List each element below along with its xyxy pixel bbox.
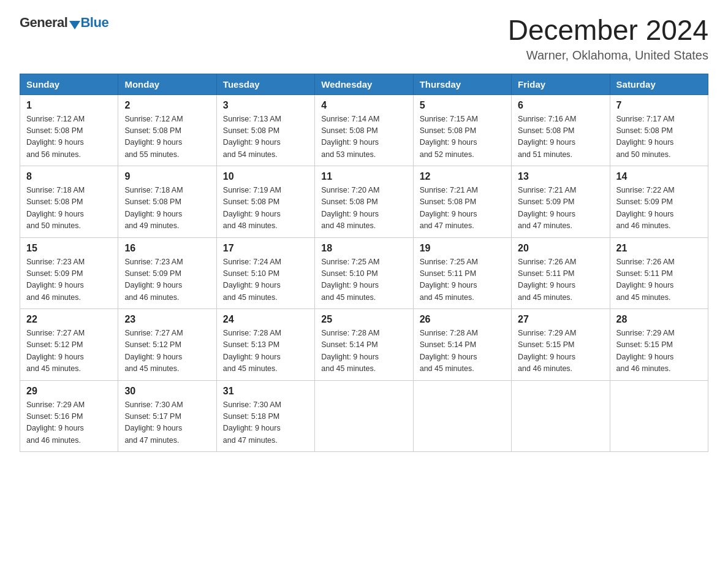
day-info: Sunrise: 7:22 AMSunset: 5:09 PMDaylight:…: [616, 185, 702, 232]
table-row: 13Sunrise: 7:21 AMSunset: 5:09 PMDayligh…: [512, 166, 610, 238]
calendar-week-row: 8Sunrise: 7:18 AMSunset: 5:08 PMDaylight…: [20, 166, 708, 238]
day-number: 24: [223, 314, 308, 325]
day-info: Sunrise: 7:30 AMSunset: 5:17 PMDaylight:…: [124, 399, 210, 447]
table-row: 20Sunrise: 7:26 AMSunset: 5:11 PMDayligh…: [512, 237, 610, 309]
title-block: December 2024 Warner, Oklahoma, United S…: [508, 15, 708, 63]
day-number: 13: [518, 171, 603, 182]
table-row: 4Sunrise: 7:14 AMSunset: 5:08 PMDaylight…: [315, 94, 413, 166]
table-row: 1Sunrise: 7:12 AMSunset: 5:08 PMDaylight…: [20, 94, 118, 166]
day-info: Sunrise: 7:29 AMSunset: 5:16 PMDaylight:…: [26, 399, 112, 447]
day-number: 31: [223, 386, 308, 397]
calendar-table: Sunday Monday Tuesday Wednesday Thursday…: [20, 74, 708, 453]
day-info: Sunrise: 7:25 AMSunset: 5:11 PMDaylight:…: [420, 256, 505, 304]
day-number: 15: [26, 243, 112, 254]
location-title: Warner, Oklahoma, United States: [508, 48, 708, 63]
day-info: Sunrise: 7:13 AMSunset: 5:08 PMDaylight:…: [223, 113, 308, 161]
day-info: Sunrise: 7:12 AMSunset: 5:08 PMDaylight:…: [124, 113, 210, 161]
day-number: 29: [26, 386, 112, 397]
day-info: Sunrise: 7:29 AMSunset: 5:15 PMDaylight:…: [518, 327, 603, 375]
month-title: December 2024: [508, 15, 708, 46]
day-info: Sunrise: 7:18 AMSunset: 5:08 PMDaylight:…: [124, 185, 210, 232]
day-info: Sunrise: 7:27 AMSunset: 5:12 PMDaylight:…: [124, 327, 210, 375]
day-number: 3: [223, 100, 308, 111]
day-info: Sunrise: 7:20 AMSunset: 5:08 PMDaylight:…: [321, 185, 406, 232]
table-row: 28Sunrise: 7:29 AMSunset: 5:15 PMDayligh…: [610, 309, 708, 381]
table-row: 22Sunrise: 7:27 AMSunset: 5:12 PMDayligh…: [20, 309, 118, 381]
col-header-sunday: Sunday: [20, 74, 118, 94]
day-number: 14: [616, 171, 702, 182]
day-info: Sunrise: 7:21 AMSunset: 5:09 PMDaylight:…: [518, 185, 603, 232]
day-info: Sunrise: 7:26 AMSunset: 5:11 PMDaylight:…: [518, 256, 603, 304]
logo-text-general: General: [20, 15, 67, 31]
calendar-week-row: 22Sunrise: 7:27 AMSunset: 5:12 PMDayligh…: [20, 309, 708, 381]
table-row: 24Sunrise: 7:28 AMSunset: 5:13 PMDayligh…: [216, 309, 314, 381]
col-header-monday: Monday: [118, 74, 216, 94]
table-row: 21Sunrise: 7:26 AMSunset: 5:11 PMDayligh…: [610, 237, 708, 309]
day-number: 25: [321, 314, 406, 325]
table-row: 12Sunrise: 7:21 AMSunset: 5:08 PMDayligh…: [413, 166, 511, 238]
table-row: 8Sunrise: 7:18 AMSunset: 5:08 PMDaylight…: [20, 166, 118, 238]
table-row: [610, 380, 708, 452]
day-number: 16: [124, 243, 210, 254]
table-row: 26Sunrise: 7:28 AMSunset: 5:14 PMDayligh…: [413, 309, 511, 381]
col-header-wednesday: Wednesday: [315, 74, 413, 94]
day-number: 26: [420, 314, 505, 325]
table-row: 19Sunrise: 7:25 AMSunset: 5:11 PMDayligh…: [413, 237, 511, 309]
day-number: 21: [616, 243, 702, 254]
day-number: 9: [124, 171, 210, 182]
table-row: 11Sunrise: 7:20 AMSunset: 5:08 PMDayligh…: [315, 166, 413, 238]
day-info: Sunrise: 7:28 AMSunset: 5:13 PMDaylight:…: [223, 327, 308, 375]
day-number: 6: [518, 100, 603, 111]
day-info: Sunrise: 7:23 AMSunset: 5:09 PMDaylight:…: [26, 256, 112, 304]
table-row: 31Sunrise: 7:30 AMSunset: 5:18 PMDayligh…: [216, 380, 314, 452]
calendar-week-row: 15Sunrise: 7:23 AMSunset: 5:09 PMDayligh…: [20, 237, 708, 309]
day-number: 7: [616, 100, 702, 111]
table-row: 10Sunrise: 7:19 AMSunset: 5:08 PMDayligh…: [216, 166, 314, 238]
table-row: 14Sunrise: 7:22 AMSunset: 5:09 PMDayligh…: [610, 166, 708, 238]
day-number: 18: [321, 243, 406, 254]
calendar-week-row: 29Sunrise: 7:29 AMSunset: 5:16 PMDayligh…: [20, 380, 708, 452]
table-row: 16Sunrise: 7:23 AMSunset: 5:09 PMDayligh…: [118, 237, 216, 309]
table-row: 25Sunrise: 7:28 AMSunset: 5:14 PMDayligh…: [315, 309, 413, 381]
day-info: Sunrise: 7:24 AMSunset: 5:10 PMDaylight:…: [223, 256, 308, 304]
day-info: Sunrise: 7:12 AMSunset: 5:08 PMDaylight:…: [26, 113, 112, 161]
day-number: 8: [26, 171, 112, 182]
table-row: 7Sunrise: 7:17 AMSunset: 5:08 PMDaylight…: [610, 94, 708, 166]
day-info: Sunrise: 7:18 AMSunset: 5:08 PMDaylight:…: [26, 185, 112, 232]
table-row: [413, 380, 511, 452]
table-row: 29Sunrise: 7:29 AMSunset: 5:16 PMDayligh…: [20, 380, 118, 452]
day-number: 10: [223, 171, 308, 182]
day-info: Sunrise: 7:30 AMSunset: 5:18 PMDaylight:…: [223, 399, 308, 447]
day-info: Sunrise: 7:28 AMSunset: 5:14 PMDaylight:…: [321, 327, 406, 375]
day-number: 27: [518, 314, 603, 325]
day-number: 20: [518, 243, 603, 254]
day-number: 23: [124, 314, 210, 325]
table-row: 9Sunrise: 7:18 AMSunset: 5:08 PMDaylight…: [118, 166, 216, 238]
col-header-thursday: Thursday: [413, 74, 511, 94]
day-info: Sunrise: 7:26 AMSunset: 5:11 PMDaylight:…: [616, 256, 702, 304]
day-info: Sunrise: 7:21 AMSunset: 5:08 PMDaylight:…: [420, 185, 505, 232]
table-row: [512, 380, 610, 452]
col-header-saturday: Saturday: [610, 74, 708, 94]
table-row: [315, 380, 413, 452]
day-number: 1: [26, 100, 112, 111]
table-row: 6Sunrise: 7:16 AMSunset: 5:08 PMDaylight…: [512, 94, 610, 166]
header: General Blue December 2024 Warner, Oklah…: [20, 15, 708, 63]
table-row: 17Sunrise: 7:24 AMSunset: 5:10 PMDayligh…: [216, 237, 314, 309]
day-number: 22: [26, 314, 112, 325]
day-info: Sunrise: 7:17 AMSunset: 5:08 PMDaylight:…: [616, 113, 702, 161]
day-info: Sunrise: 7:19 AMSunset: 5:08 PMDaylight:…: [223, 185, 308, 232]
day-number: 28: [616, 314, 702, 325]
day-info: Sunrise: 7:27 AMSunset: 5:12 PMDaylight:…: [26, 327, 112, 375]
day-info: Sunrise: 7:16 AMSunset: 5:08 PMDaylight:…: [518, 113, 603, 161]
table-row: 30Sunrise: 7:30 AMSunset: 5:17 PMDayligh…: [118, 380, 216, 452]
table-row: 23Sunrise: 7:27 AMSunset: 5:12 PMDayligh…: [118, 309, 216, 381]
table-row: 18Sunrise: 7:25 AMSunset: 5:10 PMDayligh…: [315, 237, 413, 309]
logo-text-blue: Blue: [80, 15, 108, 31]
day-number: 19: [420, 243, 505, 254]
table-row: 27Sunrise: 7:29 AMSunset: 5:15 PMDayligh…: [512, 309, 610, 381]
logo: General Blue: [20, 15, 108, 31]
day-number: 12: [420, 171, 505, 182]
calendar-week-row: 1Sunrise: 7:12 AMSunset: 5:08 PMDaylight…: [20, 94, 708, 166]
day-number: 2: [124, 100, 210, 111]
